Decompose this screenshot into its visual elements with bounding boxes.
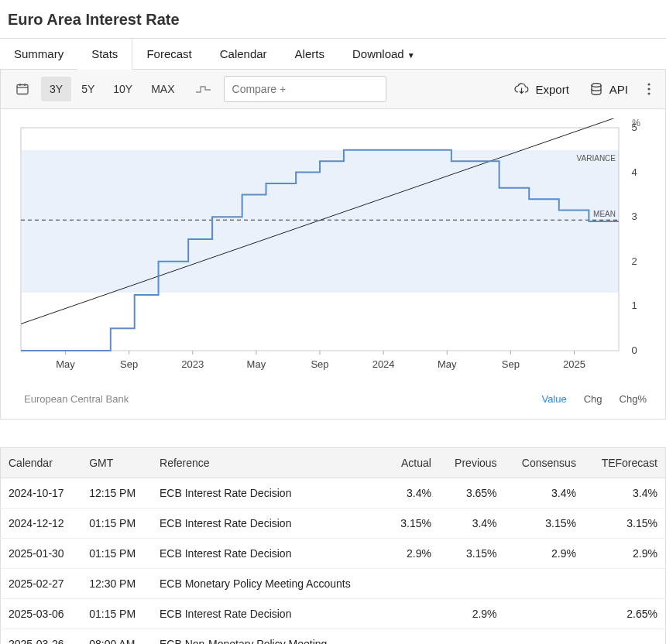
table-row[interactable]: 2024-10-1712:15 PMECB Interest Rate Deci… — [1, 478, 666, 509]
chart-panel: 3Y5Y10YMAX Export — [0, 70, 666, 420]
chart-source: European Central Bank — [24, 393, 524, 405]
range-3y[interactable]: 3Y — [41, 77, 71, 101]
svg-text:May: May — [247, 358, 266, 370]
col-gmt: GMT — [81, 448, 152, 478]
compare-input[interactable] — [224, 76, 386, 102]
col-teforecast: TEForecast — [584, 448, 666, 478]
range-max[interactable]: MAX — [142, 77, 183, 101]
tab-alerts[interactable]: Alerts — [281, 39, 338, 69]
svg-text:Sep: Sep — [120, 358, 138, 370]
chevron-down-icon: ▼ — [407, 51, 415, 60]
svg-text:Sep: Sep — [311, 358, 328, 370]
tabbar: SummaryStatsForecastCalendarAlertsDownlo… — [0, 38, 666, 70]
api-label: API — [609, 83, 628, 96]
more-menu-icon[interactable] — [640, 77, 657, 101]
col-previous: Previous — [439, 448, 505, 478]
svg-text:MEAN: MEAN — [593, 210, 616, 218]
tab-calendar[interactable]: Calendar — [206, 39, 281, 69]
table-row[interactable]: 2025-02-2712:30 PMECB Monetary Policy Me… — [1, 569, 666, 599]
export-label: Export — [535, 83, 568, 96]
col-actual: Actual — [386, 448, 439, 478]
chart-display-value[interactable]: Value — [541, 393, 566, 405]
svg-text:Sep: Sep — [502, 358, 520, 370]
svg-text:May: May — [56, 358, 75, 370]
svg-text:2: 2 — [631, 255, 637, 267]
svg-text:1: 1 — [631, 300, 637, 311]
cloud-download-icon — [513, 83, 529, 95]
svg-point-5 — [592, 84, 601, 87]
table-row[interactable]: 2025-03-2608:00 AMECB Non-Monetary Polic… — [1, 629, 666, 645]
table-row[interactable]: 2025-01-3001:15 PMECB Interest Rate Deci… — [1, 539, 666, 569]
svg-text:0: 0 — [631, 344, 637, 356]
svg-point-6 — [647, 83, 650, 85]
svg-text:2024: 2024 — [372, 358, 395, 370]
chart-type-icon[interactable] — [188, 77, 219, 101]
svg-text:2025: 2025 — [563, 358, 585, 370]
svg-point-8 — [647, 92, 650, 94]
svg-text:5: 5 — [631, 122, 637, 133]
col-reference: Reference — [152, 448, 386, 478]
col-calendar: Calendar — [1, 448, 82, 478]
svg-text:VARIANCE: VARIANCE — [577, 154, 616, 163]
range-10y[interactable]: 10Y — [105, 77, 141, 101]
tab-summary[interactable]: Summary — [0, 39, 77, 69]
svg-text:May: May — [438, 358, 457, 370]
tab-download[interactable]: Download▼ — [338, 39, 429, 69]
chart-footer: European Central Bank ValueChgChg% — [1, 390, 665, 419]
tab-forecast[interactable]: Forecast — [132, 39, 205, 69]
table-row[interactable]: 2024-12-1201:15 PMECB Interest Rate Deci… — [1, 509, 666, 539]
chart-toolbar: 3Y5Y10YMAX Export — [1, 70, 665, 109]
database-icon — [589, 82, 603, 96]
chart-area: %012345MaySep2023MaySep2024MaySep2025MEA… — [1, 109, 665, 390]
compare-input-wrap — [224, 76, 386, 102]
svg-text:2023: 2023 — [181, 358, 204, 370]
table-row[interactable]: 2025-03-0601:15 PMECB Interest Rate Deci… — [1, 599, 666, 629]
export-button[interactable]: Export — [506, 79, 576, 100]
svg-point-7 — [647, 87, 650, 90]
api-button[interactable]: API — [582, 78, 636, 100]
page-title: Euro Area Interest Rate — [0, 0, 666, 38]
svg-text:4: 4 — [631, 166, 637, 178]
chart-display-chg[interactable]: Chg — [584, 393, 602, 405]
svg-rect-0 — [17, 85, 28, 94]
calendar-icon[interactable] — [9, 77, 36, 101]
col-consensus: Consensus — [505, 448, 584, 478]
range-5y[interactable]: 5Y — [73, 77, 103, 101]
svg-text:3: 3 — [631, 211, 637, 222]
tab-stats[interactable]: Stats — [77, 39, 132, 70]
calendar-table: CalendarGMTReferenceActualPreviousConsen… — [0, 447, 666, 644]
chart-display-chgpct[interactable]: Chg% — [620, 393, 647, 405]
